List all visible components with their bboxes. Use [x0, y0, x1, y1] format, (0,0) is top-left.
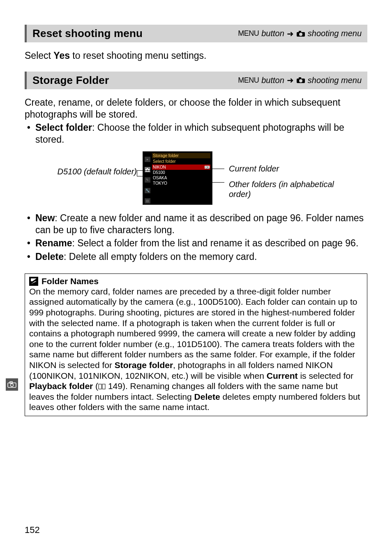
screen-heading: Storage folder: [152, 153, 210, 158]
svg-point-2: [299, 32, 302, 36]
side-tab-camera-icon: [6, 378, 18, 391]
bullet-text: : Create a new folder and name it as des…: [35, 213, 364, 235]
camera-icon: [296, 30, 305, 37]
section-bar-storage: Storage Folder MENU button ➜ shooting me…: [25, 72, 367, 89]
storage-intro: Create, rename, or delete folders, or ch…: [25, 97, 367, 120]
bullet-label: Rename: [35, 238, 72, 248]
svg-rect-4: [299, 77, 301, 79]
section-title-storage: Storage Folder: [32, 74, 109, 87]
bullet-label: New: [35, 213, 55, 223]
leader-line: [137, 170, 137, 176]
diagram-right: Current folder Other folders (in alphabe…: [225, 151, 348, 199]
shooting-menu-word: shooting menu: [308, 29, 362, 38]
svg-point-5: [299, 79, 302, 83]
note-box-folder-names: Folder Names On the memory card, folder …: [25, 273, 367, 416]
section-path-reset: MENU button ➜ shooting menu: [238, 29, 362, 39]
note-body: On the memory card, folder names are pre…: [25, 286, 367, 416]
leader-line: [137, 170, 152, 171]
note-title: Folder Names: [42, 276, 99, 286]
reset-body: Select Yes to reset shooting menu settin…: [25, 50, 367, 62]
note-page-ref: 149: [108, 381, 122, 391]
reset-body-post: to reset shooting menu settings.: [70, 50, 206, 61]
annotation-other-folders: Other folders (in alphabetical order): [229, 179, 348, 199]
svg-rect-13: [10, 382, 12, 383]
camera-side-icons: ▸ ✎ 🔧 ▤: [144, 157, 151, 204]
retouch-tab-icon: ▤: [145, 198, 150, 204]
storage-bullets-1: Select folder: Choose the folder in whic…: [25, 122, 367, 146]
bullet-text: : Select a folder from the list and rena…: [72, 238, 358, 248]
folder-item-selected: NIKON OK: [152, 164, 210, 170]
arrow-icon: ➜: [287, 75, 294, 85]
svg-rect-10: [99, 384, 101, 389]
folder-name: NIKON: [153, 165, 166, 169]
reset-body-pre: Select: [25, 50, 53, 61]
section-bar-reset: Reset shooting menu MENU button ➜ shooti…: [25, 25, 367, 42]
folder-name: OSAKA: [153, 176, 167, 180]
bullet-label: Select folder: [35, 122, 92, 133]
camera-icon: [296, 77, 305, 83]
section-title-reset: Reset shooting menu: [32, 27, 143, 40]
setup-tab-icon: 🔧: [145, 188, 150, 193]
bullet-text: : Delete all empty folders on the memory…: [64, 251, 257, 262]
button-word: button: [261, 76, 284, 85]
bullet-new: New: Create a new folder and name it as …: [25, 212, 367, 236]
diagram-center: ▸ ✎ 🔧 ▤ Storage folder Select folder NIK…: [143, 151, 225, 205]
camera-screen: ▸ ✎ 🔧 ▤ Storage folder Select folder NIK…: [143, 151, 212, 205]
note-t1: On the memory card, folder names are pre…: [29, 287, 357, 370]
note-t3: is selected for: [298, 371, 353, 380]
button-word: button: [261, 29, 284, 38]
svg-rect-9: [29, 277, 38, 286]
svg-point-14: [11, 384, 14, 387]
bullet-rename: Rename: Select a folder from the list an…: [25, 237, 367, 249]
caution-icon: [29, 277, 38, 286]
note-b4: Delete: [194, 392, 220, 401]
folder-item: D5100: [152, 170, 210, 175]
storage-bullets-2: New: Create a new folder and name it as …: [25, 212, 367, 263]
leader-line: [137, 176, 152, 176]
bullet-delete: Delete: Delete all empty folders on the …: [25, 251, 367, 263]
playback-tab-icon: ▸: [145, 157, 150, 162]
note-title-row: Folder Names: [25, 274, 367, 286]
diagram-left-label: D5100 (default folder): [44, 151, 143, 176]
folder-item: OSAKA: [152, 175, 210, 181]
folder-diagram: D5100 (default folder) ▸ ✎ 🔧 ▤ Storage f…: [25, 151, 367, 205]
screen-sub: Select folder: [152, 159, 210, 164]
shooting-tab-icon: [145, 167, 150, 172]
menu-label: MENU: [238, 76, 259, 85]
custom-tab-icon: ✎: [145, 177, 150, 183]
shooting-menu-word: shooting menu: [308, 76, 362, 85]
folder-list: NIKON OK D5100 OSAKA TOKYO: [152, 164, 210, 186]
page-number: 152: [25, 525, 40, 535]
note-b1: Storage folder: [115, 360, 173, 370]
note-t4: (: [93, 381, 98, 391]
leader-line: [206, 182, 224, 183]
svg-rect-1: [299, 31, 301, 32]
folder-name: D5100: [153, 170, 165, 175]
bullet-select-folder: Select folder: Choose the folder in whic…: [25, 122, 367, 146]
arrow-icon: ➜: [287, 29, 294, 39]
note-b3: Playback folder: [29, 381, 93, 391]
annotation-current-folder: Current folder: [229, 164, 348, 174]
menu-label: MENU: [238, 29, 259, 38]
page-ref-icon: [98, 381, 106, 387]
bullet-label: Delete: [35, 251, 64, 262]
folder-item: TOKYO: [152, 181, 210, 186]
section-path-storage: MENU button ➜ shooting menu: [238, 75, 362, 85]
reset-body-bold: Yes: [53, 50, 70, 61]
svg-rect-11: [102, 384, 105, 389]
note-b2: Current: [267, 371, 298, 380]
folder-name: TOKYO: [153, 181, 167, 185]
svg-rect-7: [147, 168, 148, 169]
ok-badge: OK: [205, 166, 210, 169]
leader-line: [206, 169, 224, 169]
